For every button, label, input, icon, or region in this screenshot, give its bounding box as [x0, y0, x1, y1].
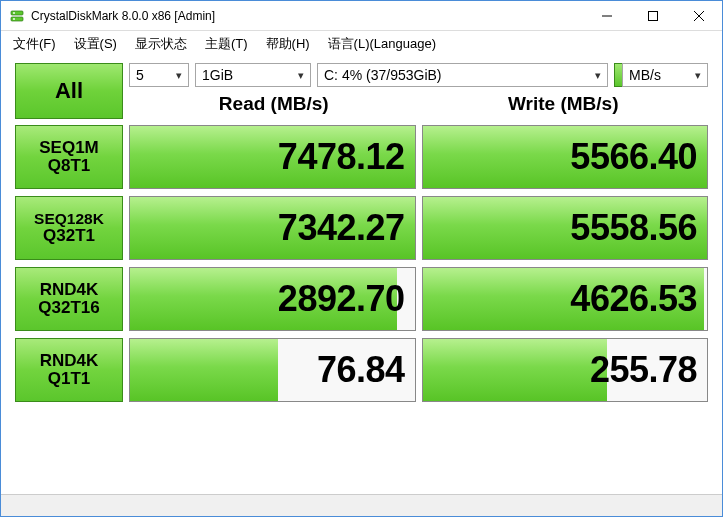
unit-block: MB/s ▾: [614, 63, 708, 87]
titlebar: CrystalDiskMark 8.0.0 x86 [Admin]: [1, 1, 722, 31]
test-label-1: SEQ128K: [34, 211, 104, 227]
test-size-select[interactable]: 1GiB ▾: [195, 63, 311, 87]
test-row: SEQ1MQ8T17478.125566.40: [15, 125, 708, 189]
top-row: All 5 ▾ 1GiB ▾ C: 4% (37/953GiB) ▾: [15, 63, 708, 119]
minimize-button[interactable]: [584, 1, 630, 31]
close-button[interactable]: [676, 1, 722, 31]
menu-settings[interactable]: 设置(S): [66, 33, 125, 55]
read-value: 7342.27: [278, 207, 405, 249]
tests-grid: SEQ1MQ8T17478.125566.40SEQ128KQ32T17342.…: [15, 125, 708, 402]
read-value: 7478.12: [278, 136, 405, 178]
result-bar: [130, 339, 278, 401]
drive-select[interactable]: C: 4% (37/953GiB) ▾: [317, 63, 608, 87]
run-test-button[interactable]: RND4KQ32T16: [15, 267, 123, 331]
test-label-2: Q1T1: [48, 370, 91, 388]
loops-value: 5: [130, 67, 170, 83]
svg-rect-0: [11, 11, 23, 15]
read-value: 76.84: [317, 349, 405, 391]
loops-select[interactable]: 5 ▾: [129, 63, 189, 87]
run-test-button[interactable]: RND4KQ1T1: [15, 338, 123, 402]
read-result-cell: 7342.27: [129, 196, 416, 260]
svg-point-3: [13, 18, 15, 20]
read-header: Read (MB/s): [129, 93, 419, 115]
content-area: All 5 ▾ 1GiB ▾ C: 4% (37/953GiB) ▾: [1, 57, 722, 494]
status-bar: [1, 494, 722, 516]
menubar: 文件(F) 设置(S) 显示状态 主题(T) 帮助(H) 语言(L)(Langu…: [1, 31, 722, 57]
app-icon: [9, 8, 25, 24]
top-controls: 5 ▾ 1GiB ▾ C: 4% (37/953GiB) ▾ MB/: [129, 63, 708, 119]
menu-language[interactable]: 语言(L)(Language): [320, 33, 444, 55]
chevron-down-icon: ▾: [689, 69, 707, 82]
write-result-cell: 255.78: [422, 338, 709, 402]
write-value: 5558.56: [570, 207, 697, 249]
test-size-value: 1GiB: [196, 67, 292, 83]
chevron-down-icon: ▾: [170, 69, 188, 82]
chevron-down-icon: ▾: [292, 69, 310, 82]
write-value: 255.78: [590, 349, 697, 391]
unit-indicator: [614, 63, 622, 87]
svg-rect-1: [11, 17, 23, 21]
write-value: 5566.40: [570, 136, 697, 178]
read-value: 2892.70: [278, 278, 405, 320]
unit-value: MB/s: [623, 67, 689, 83]
test-row: RND4KQ1T176.84255.78: [15, 338, 708, 402]
test-label-1: RND4K: [40, 281, 99, 299]
write-result-cell: 4626.53: [422, 267, 709, 331]
menu-help[interactable]: 帮助(H): [258, 33, 318, 55]
window-title: CrystalDiskMark 8.0.0 x86 [Admin]: [31, 9, 584, 23]
menu-file[interactable]: 文件(F): [5, 33, 64, 55]
column-headers: Read (MB/s) Write (MB/s): [129, 87, 708, 117]
chevron-down-icon: ▾: [589, 69, 607, 82]
run-all-button[interactable]: All: [15, 63, 123, 119]
write-value: 4626.53: [570, 278, 697, 320]
drive-value: C: 4% (37/953GiB): [318, 67, 589, 83]
test-label-1: RND4K: [40, 352, 99, 370]
menu-display[interactable]: 显示状态: [127, 33, 195, 55]
read-result-cell: 7478.12: [129, 125, 416, 189]
write-result-cell: 5558.56: [422, 196, 709, 260]
run-test-button[interactable]: SEQ128KQ32T1: [15, 196, 123, 260]
test-label-1: SEQ1M: [39, 139, 99, 157]
test-row: SEQ128KQ32T17342.275558.56: [15, 196, 708, 260]
maximize-button[interactable]: [630, 1, 676, 31]
read-result-cell: 76.84: [129, 338, 416, 402]
run-test-button[interactable]: SEQ1MQ8T1: [15, 125, 123, 189]
control-row: 5 ▾ 1GiB ▾ C: 4% (37/953GiB) ▾ MB/: [129, 63, 708, 87]
svg-rect-5: [649, 11, 658, 20]
write-result-cell: 5566.40: [422, 125, 709, 189]
test-label-2: Q32T16: [38, 299, 99, 317]
unit-select[interactable]: MB/s ▾: [622, 63, 708, 87]
run-all-label: All: [55, 78, 83, 104]
result-bar: [423, 339, 608, 401]
menu-theme[interactable]: 主题(T): [197, 33, 256, 55]
test-label-2: Q32T1: [43, 227, 95, 245]
svg-point-2: [13, 12, 15, 14]
read-result-cell: 2892.70: [129, 267, 416, 331]
test-label-2: Q8T1: [48, 157, 91, 175]
test-row: RND4KQ32T162892.704626.53: [15, 267, 708, 331]
write-header: Write (MB/s): [419, 93, 709, 115]
app-window: CrystalDiskMark 8.0.0 x86 [Admin] 文件(F) …: [0, 0, 723, 517]
